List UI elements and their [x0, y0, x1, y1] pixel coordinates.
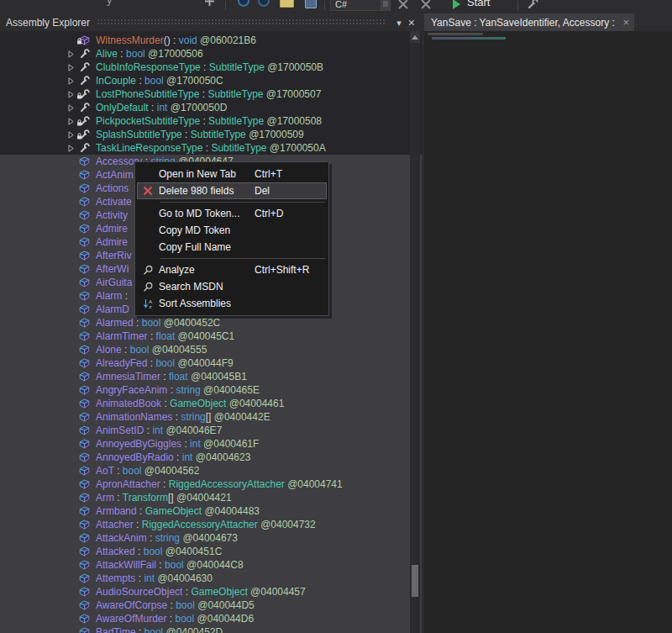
tree-row-attacher[interactable]: Attacher : RiggedAccessoryAttacher @0400… [0, 518, 422, 531]
menu-item-label: Analyze [159, 264, 255, 276]
menu-item-copy-md-token[interactable]: Copy MD Token [137, 222, 327, 239]
language-combobox[interactable]: C# [330, 0, 391, 11]
delete-x-icon [137, 186, 159, 196]
menu-item-shortcut: Ctrl+D [255, 208, 322, 219]
tree-row-clubinforesponsetype[interactable]: ClubInfoResponseType : SubtitleType @170… [0, 61, 422, 74]
row-text: Attacked : bool @0400451C [94, 546, 222, 557]
row-text: Alarmed : bool @0400452C [94, 317, 220, 329]
dnspy-window: y C# Start Assembly Explorer ▾ × Witness [0, 0, 672, 633]
tree-row-incouple[interactable]: InCouple : bool @1700050C [0, 74, 422, 87]
field-icon [79, 183, 94, 193]
menu-item-analyze[interactable]: AnalyzeCtrl+Shift+R [137, 261, 327, 278]
tree-row-angryfaceanim[interactable]: AngryFaceAnim : string @0400465E [0, 383, 422, 397]
expander-icon[interactable] [67, 145, 79, 152]
tree-row-animatedbook[interactable]: AnimatedBook : GameObject @04004461 [0, 397, 422, 410]
tree-row-lostphonesubtitletype[interactable]: LostPhoneSubtitleType : SubtitleType @17… [0, 87, 422, 101]
field-icon [79, 546, 94, 557]
row-text: Actions [94, 182, 129, 194]
tree-row-arm[interactable]: Arm : Transform[] @04004421 [0, 491, 422, 504]
property-icon [79, 129, 94, 140]
expander-icon[interactable] [67, 50, 79, 58]
tree-row-alive[interactable]: Alive : bool @17000506 [0, 47, 422, 61]
tree-row-amnesiatimer[interactable]: AmnesiaTimer : float @040045B1 [0, 370, 422, 383]
tree-row-onlydefault[interactable]: OnlyDefault : int @1700050D [0, 101, 422, 114]
tree-row-attempts[interactable]: Attempts : int @04004630 [0, 572, 422, 585]
scroll-up-button[interactable] [410, 31, 420, 43]
tree-row-audiosourceobject[interactable]: AudioSourceObject : GameObject @04004457 [0, 585, 422, 599]
field-icon [79, 425, 94, 435]
field-icon [79, 345, 94, 355]
field-icon [79, 560, 94, 570]
tree-row-splashsubtitletype[interactable]: SplashSubtitleType : SubtitleType @17000… [0, 128, 422, 141]
settings-wrench-icon[interactable] [527, 0, 538, 10]
field-icon [79, 210, 94, 220]
tree-scrollbar[interactable] [410, 31, 420, 633]
back-circle-icon[interactable] [238, 0, 249, 7]
tree-row-tasklineresponsetype[interactable]: TaskLineResponseType : SubtitleType @170… [0, 141, 422, 155]
property-icon [79, 76, 94, 87]
tree-row-awareofcorpse[interactable]: AwareOfCorpse : bool @040044D5 [0, 599, 422, 612]
tree-row-attackanim[interactable]: AttackAnim : string @04004673 [0, 531, 422, 545]
menu-item-search-msdn[interactable]: Search MSDN [137, 278, 327, 295]
toolbar-separator [324, 1, 325, 10]
scrollbar-thumb[interactable] [412, 565, 418, 597]
tree-row-pickpocketsubtitletype[interactable]: PickpocketSubtitleType : SubtitleType @1… [0, 114, 422, 128]
field-icon [79, 627, 94, 633]
tab-title: YanSave : YanSaveIdentifier, Accessory :… [431, 17, 617, 29]
menu-item-sort-assemblies[interactable]: AzSort Assemblies [137, 295, 327, 312]
tree-row-annoyedbyradio[interactable]: AnnoyedByRadio : int @04004623 [0, 451, 422, 464]
forward-circle-icon[interactable] [258, 0, 270, 7]
menu-item-copy-full-name[interactable]: Copy Full Name [137, 239, 327, 256]
tree-row-alarmtimer[interactable]: AlarmTimer : float @040045C1 [0, 330, 422, 343]
panel-grip-texture [97, 18, 385, 26]
faint-code-line [428, 33, 483, 35]
tree-row-armband[interactable]: Armband : GameObject @04004483 [0, 504, 422, 518]
tree-row-witnessmurder[interactable]: WitnessMurder() : void @060021B6 [0, 34, 422, 47]
scroll-up-arrow-icon [412, 35, 418, 40]
tree-row-apronattacher[interactable]: ApronAttacher : RiggedAccessoryAttacher … [0, 477, 422, 491]
expander-icon[interactable] [67, 64, 79, 71]
start-play-icon[interactable] [453, 0, 460, 9]
save-icon[interactable] [305, 0, 317, 8]
menu-item-delete-980-fields[interactable]: Delete 980 fieldsDel [137, 182, 327, 199]
row-text: Arm : Transform[] @04004421 [94, 492, 232, 504]
tab-close-icon[interactable]: × [617, 16, 629, 29]
tree-row-animationnames[interactable]: AnimationNames : string[] @0400442E [0, 410, 422, 424]
tree-row-alone[interactable]: Alone : bool @04004555 [0, 343, 422, 356]
tree-row-attacked[interactable]: Attacked : bool @0400451C [0, 545, 422, 558]
tree-row-alreadyfed[interactable]: AlreadyFed : bool @040044F9 [0, 356, 422, 370]
open-folder-icon[interactable] [280, 0, 294, 8]
field-icon [79, 412, 94, 422]
start-button[interactable]: Start [467, 0, 490, 8]
tree-row-aot[interactable]: AoT : bool @04004562 [0, 464, 422, 477]
panel-menu-caret-icon[interactable]: ▾ [393, 15, 405, 30]
row-text: Attempts : int @04004630 [94, 572, 213, 584]
tree-row-animsetid[interactable]: AnimSetID : int @040046E7 [0, 424, 422, 437]
menu-item-go-to-md-token[interactable]: Go to MD Token...Ctrl+D [137, 205, 327, 222]
expander-icon[interactable] [67, 104, 79, 112]
tree-row-attackwillfail[interactable]: AttackWillFail : bool @040044C8 [0, 558, 422, 572]
field-icon [79, 479, 94, 489]
row-text: PickpocketSubtitleType : SubtitleType @1… [94, 115, 322, 127]
expander-icon[interactable] [67, 77, 79, 85]
row-text: AlarmTimer : float @040045C1 [94, 330, 234, 342]
row-text: TaskLineResponseType : SubtitleType @170… [94, 142, 326, 154]
row-text: ActAnim [94, 169, 134, 181]
row-text: AirGuita [94, 277, 132, 288]
tab-yansave[interactable]: YanSave : YanSaveIdentifier, Accessory :… [424, 13, 634, 31]
field-icon [79, 358, 94, 368]
tree-row-badtime[interactable]: BadTime : bool @0400452D [0, 625, 422, 633]
combobox-dropdown-icon[interactable] [381, 0, 390, 10]
menu-item-shortcut: Del [255, 185, 322, 197]
tree-row-alarmed[interactable]: Alarmed : bool @0400452C [0, 316, 422, 330]
tree-row-awareofmurder[interactable]: AwareOfMurder : bool @040044D6 [0, 612, 422, 625]
row-text: Armband : GameObject @04004483 [94, 505, 260, 517]
tree-row-annoyedbygiggles[interactable]: AnnoyedByGiggles : int @0400461F [0, 437, 422, 451]
row-text: AnimationNames : string[] @0400442E [94, 411, 270, 423]
menu-item-open-in-new-tab[interactable]: Open in New TabCtrl+T [137, 166, 327, 182]
clipped-menu-text: y [107, 0, 113, 6]
add-icon[interactable] [205, 0, 214, 8]
field-icon [79, 156, 94, 166]
panel-close-icon[interactable]: × [405, 15, 418, 30]
language-label: C# [331, 0, 381, 9]
